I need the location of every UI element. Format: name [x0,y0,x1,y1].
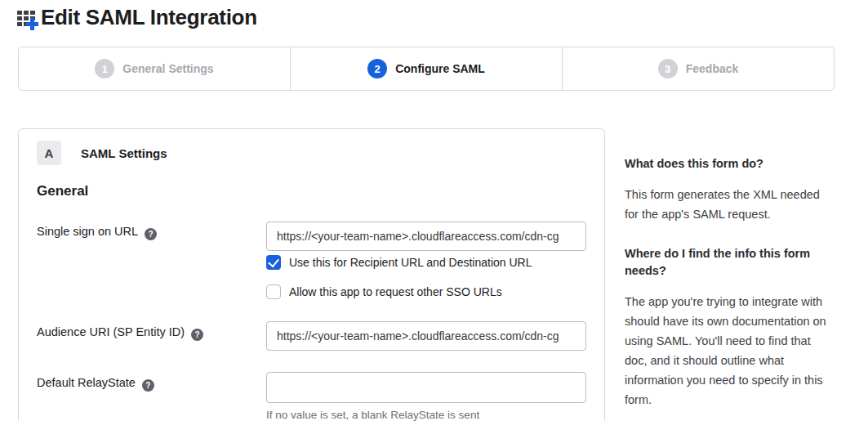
step-label: Configure SAML [395,62,485,75]
help-heading: Where do I find the info this form needs… [625,245,830,279]
section-title: SAML Settings [81,146,167,160]
help-icon[interactable]: ? [191,329,203,341]
help-body: This form generates the XML needed for t… [625,185,830,224]
page-title: Edit SAML Integration [41,5,257,30]
help-sidebar: What does this form do? This form genera… [625,155,830,421]
step-number-badge: 2 [367,59,387,78]
checkbox-unchecked-icon[interactable] [266,284,281,299]
recipient-url-checkbox-row[interactable]: Use this for Recipient URL and Destinati… [266,255,532,270]
checkbox-label: Allow this app to request other SSO URLs [289,285,502,298]
section-header: A SAML Settings [37,141,167,165]
step-label: General Settings [122,62,213,75]
saml-settings-panel: A SAML Settings General Single sign on U… [18,128,605,421]
step-general-settings[interactable]: 1 General Settings [19,47,290,90]
help-icon[interactable]: ? [142,379,154,392]
other-sso-urls-checkbox-row[interactable]: Allow this app to request other SSO URLs [266,284,502,299]
group-heading-general: General [37,183,88,199]
wizard: 1 General Settings 2 Configure SAML 3 Fe… [18,47,835,91]
help-heading: What does this form do? [625,155,830,172]
checkbox-checked-icon[interactable] [266,255,281,270]
apps-add-icon [15,6,39,30]
sso-url-input[interactable] [266,222,586,251]
step-number-badge: 1 [95,59,114,78]
relay-state-input[interactable] [266,372,586,403]
step-label: Feedback [686,62,739,75]
relay-state-label: Default RelayState? [37,376,154,392]
checkbox-label: Use this for Recipient URL and Destinati… [289,256,532,269]
step-configure-saml[interactable]: 2 Configure SAML [290,47,562,90]
step-feedback[interactable]: 3 Feedback [562,47,834,90]
audience-uri-input[interactable] [266,321,586,351]
help-body: The app you're trying to integrate with … [625,292,830,410]
help-icon[interactable]: ? [145,228,157,240]
relay-state-hint: If no value is set, a blank RelayState i… [266,409,479,421]
page-header: Edit SAML Integration [15,5,257,30]
audience-uri-label: Audience URI (SP Entity ID)? [37,325,203,341]
step-number-badge: 3 [658,59,678,78]
section-badge: A [37,141,61,165]
sso-url-label: Single sign on URL? [37,225,157,240]
